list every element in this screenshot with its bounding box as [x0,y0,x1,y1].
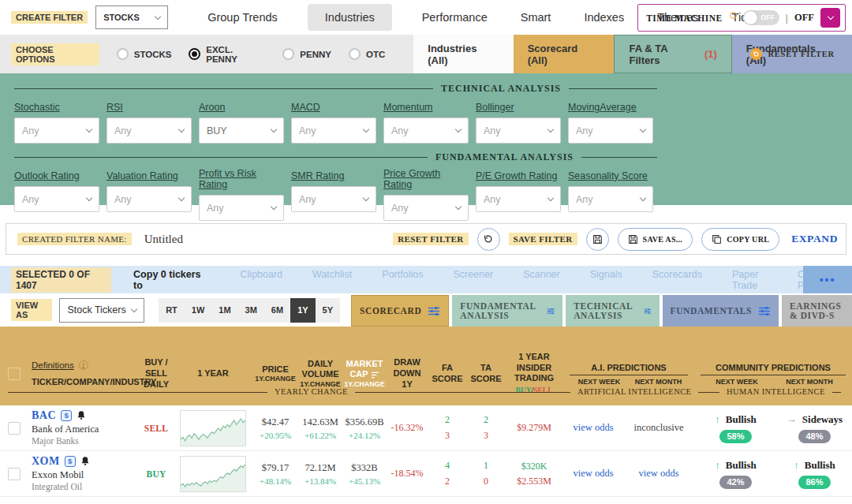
tab-scorecard[interactable]: SCORECARD [351,295,449,327]
create-filter-button[interactable]: CREATE FILTER [11,11,88,24]
save-filter-button[interactable] [586,228,609,251]
link-scanner[interactable]: Scanner [523,269,560,291]
reset-filter-button[interactable]: RESET FILTER [750,48,835,60]
radio-icon[interactable] [117,48,129,60]
tab-technical-analysis[interactable]: TECHNICAL ANALYSIS [566,295,659,327]
filter-label-pe-growth[interactable]: P/E Growth Rating [476,170,558,181]
bell-icon[interactable] [80,456,90,466]
link-screener[interactable]: Screener [453,269,493,291]
filter-label-macd[interactable]: MACD [291,102,320,113]
filter-label-valuation-rating[interactable]: Valuation Rating [106,170,178,181]
radio-otc[interactable]: OTC [349,48,385,60]
filter-label-movingaverage[interactable]: MovingAverage [568,102,637,113]
smr-rating-select[interactable]: Any [291,186,376,212]
paper-trade-icon[interactable]: $ [61,410,72,421]
more-targets-button[interactable]: ••• [803,266,852,293]
radio-checked-icon[interactable] [189,48,200,60]
select-all-checkbox[interactable] [8,368,21,380]
filter-name-value[interactable]: Untitled [144,233,183,246]
range-1w[interactable]: 1W [185,298,212,323]
time-machine-toggle[interactable]: OFF [743,10,779,25]
link-watchlist[interactable]: Watchlist [312,269,352,291]
ai-next-week-label[interactable]: NEXT WEEK [570,378,629,386]
radio-penny[interactable]: PENNY [282,48,331,60]
filter-label-profit-vs-risk[interactable]: Profit vs Risk Rating [199,168,284,190]
link-clipboard[interactable]: Clipboard [241,269,283,291]
rsi-select[interactable]: Any [106,118,192,144]
nav-performance[interactable]: Performance [419,4,491,31]
tab-industries-all[interactable]: Industries (All) [413,35,513,73]
tab-fundamental-analysis[interactable]: FUNDAMENTAL ANALYSIS [452,295,562,327]
price-sparkline[interactable] [180,410,246,446]
ai-next-month-label[interactable]: NEXT MONTH [629,378,688,386]
filter-label-stochastic[interactable]: Stochastic [14,102,60,113]
radio-stocks[interactable]: STOCKS [117,48,172,60]
link-signals[interactable]: Signals [590,269,622,291]
price-sparkline[interactable] [180,456,246,492]
community-next-week-label[interactable]: NEXT WEEK [701,378,773,386]
nav-industries[interactable]: Industries [308,4,392,31]
nav-group-trends[interactable]: Group Trends [204,4,281,31]
nav-indexes[interactable]: Indexes [581,4,627,31]
col-ticker-company-industry[interactable]: TICKER/COMPANY/INDUSTRY [32,377,156,388]
filter-label-rsi[interactable]: RSI [106,102,123,113]
save-as-button[interactable]: SAVE AS... [618,228,693,251]
industry-name[interactable]: Integrated Oil [32,481,82,493]
industry-name[interactable]: Major Banks [32,435,79,447]
bollinger-select[interactable]: Any [476,118,561,144]
filter-label-momentum[interactable]: Momentum [383,102,433,113]
filter-label-outlook-rating[interactable]: Outlook Rating [14,170,80,181]
link-portfolios[interactable]: Portfolios [382,269,423,291]
time-machine-dropdown-button[interactable] [820,8,840,28]
momentum-select[interactable]: Any [383,118,469,144]
tab-scorecard-all[interactable]: Scorecard (All) [514,35,615,73]
pe-growth-select[interactable]: Any [476,186,561,212]
tab-fa-ta-filters[interactable]: FA & TA Filters (1) [614,35,731,73]
movingaverage-select[interactable]: Any [568,118,653,144]
outlook-rating-select[interactable]: Any [14,186,99,212]
asset-type-select[interactable]: STOCKS [95,6,168,29]
range-5y[interactable]: 5Y [316,298,340,323]
link-scorecards[interactable]: Scorecards [652,269,702,291]
filter-label-bollinger[interactable]: Bollinger [476,102,514,113]
definitions-link[interactable]: Definitions [32,360,74,371]
range-1y[interactable]: 1Y [290,298,315,323]
radio-icon[interactable] [349,48,361,60]
info-icon[interactable]: i [79,360,88,370]
expand-button[interactable]: EXPAND [791,233,838,245]
ticker-link[interactable]: XOM [32,454,60,469]
filter-label-seasonality[interactable]: Seasonality Score [568,170,648,181]
range-rt[interactable]: RT [159,298,185,323]
aroon-select[interactable]: BUY [199,118,284,144]
radio-excl-penny[interactable]: EXCL. PENNY [189,45,265,64]
range-6m[interactable]: 6M [264,298,290,323]
info-icon[interactable] [730,12,737,19]
community-next-month-label[interactable]: NEXT MONTH [773,378,846,386]
price-growth-select[interactable]: Any [383,195,469,221]
filter-label-price-growth[interactable]: Price Growth Rating [383,168,469,190]
seasonality-select[interactable]: Any [568,186,653,212]
radio-icon[interactable] [282,48,294,60]
link-paper-trade[interactable]: Paper Trade [732,269,768,291]
bell-icon[interactable] [77,410,86,420]
ticker-link[interactable]: BAC [32,409,56,423]
row-checkbox[interactable] [8,422,21,435]
row-checkbox[interactable] [8,468,21,480]
range-1m[interactable]: 1M [211,298,237,323]
tab-fundamentals[interactable]: FUNDAMENTALS [663,295,779,327]
reset-filter-button[interactable] [477,228,500,251]
ai-month-view-odds-link[interactable]: view odds [638,468,678,480]
profit-vs-risk-select[interactable]: Any [199,195,284,221]
copy-url-button[interactable]: COPY URL [701,228,779,251]
view-as-select[interactable]: Stock Tickers [59,298,144,323]
tab-earnings-dividends[interactable]: EARNINGS & DIVD-S [782,295,852,327]
stochastic-select[interactable]: Any [14,118,99,144]
ai-week-view-odds-link[interactable]: view odds [573,468,613,480]
filter-label-smr-rating[interactable]: SMR Rating [291,170,344,181]
paper-trade-icon[interactable]: $ [65,456,76,467]
macd-select[interactable]: Any [291,118,376,144]
filter-label-aroon[interactable]: Aroon [199,102,225,113]
valuation-rating-select[interactable]: Any [106,186,192,212]
range-3m[interactable]: 3M [238,298,264,323]
ai-week-view-odds-link[interactable]: view odds [573,422,613,434]
